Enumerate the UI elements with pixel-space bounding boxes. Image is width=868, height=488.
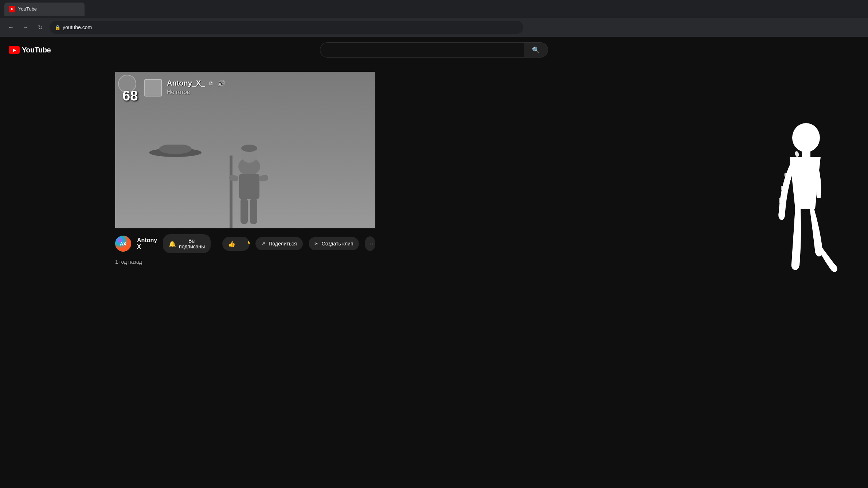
player-status: Не готов [167,89,225,95]
video-frame: Antony_X_ 🖥 🔊 Не готов 68 [115,72,375,228]
clip-label: Создать клип [322,241,353,247]
lock-icon: 🔒 [55,25,60,30]
dislike-icon: 👎 [247,240,250,247]
upload-time: 1 год назад [115,259,142,265]
svg-point-4 [241,145,257,152]
channel-name[interactable]: Antony X [137,237,157,250]
share-button[interactable]: ↗ Поделиться [255,237,302,250]
svg-rect-13 [802,150,810,157]
channel-info-row: AX Antony X 🔔 Вы подписаны 👍 👎 [115,228,375,259]
character [216,130,282,228]
svg-point-14 [794,151,799,157]
yt-logo-icon [9,46,20,54]
main-content: Antony_X_ 🖥 🔊 Не готов 68 [0,63,868,269]
screen-icon: 🖥 [208,80,214,86]
like-button[interactable]: 👍 [222,237,241,251]
svg-rect-8 [241,198,248,224]
search-input[interactable] [320,42,524,58]
active-tab[interactable]: YouTube [4,3,85,16]
svg-point-12 [792,123,820,152]
tab-title: YouTube [18,6,37,12]
back-button[interactable]: ← [6,22,16,32]
video-meta: 1 год назад [115,259,375,269]
subscribed-button[interactable]: 🔔 Вы подписаны [163,234,211,253]
browser-tab-bar: YouTube [0,0,868,18]
browser-address-bar: ← → ↻ 🔒 youtube.com [0,18,868,37]
yt-logo-text: YouTube [22,46,51,54]
svg-rect-5 [239,174,259,199]
reload-button[interactable]: ↻ [35,22,45,32]
youtube-logo[interactable]: YouTube [9,46,51,54]
like-dislike-group: 👍 👎 [222,237,250,251]
search-button[interactable]: 🔍 [524,42,548,58]
bell-icon: 🔔 [169,240,176,247]
like-icon: 👍 [228,240,235,247]
svg-rect-6 [229,174,239,182]
search-icon: 🔍 [532,46,540,54]
player-info: Antony_X_ 🖥 🔊 Не готов [167,79,225,95]
forward-button[interactable]: → [20,22,31,32]
subscribed-label: Вы подписаны [179,238,205,249]
more-button[interactable]: ⋯ [365,236,375,251]
player-number: 68 [122,88,138,104]
search-bar: 🔍 [320,42,548,58]
share-label: Поделиться [269,241,297,247]
ufo-shape [148,145,203,157]
scissors-icon: ✂ [314,241,319,247]
youtube-header: YouTube 🔍 [0,37,868,63]
crying-figure-area [759,118,839,311]
video-section: Antony_X_ 🖥 🔊 Не готов 68 [0,63,868,269]
player-name: Antony_X_ [167,79,205,87]
address-text: youtube.com [63,24,92,30]
tab-favicon [9,6,15,12]
clip-button[interactable]: ✂ Создать клип [309,237,359,250]
svg-rect-9 [250,198,257,224]
dislike-button[interactable]: 👎 [241,237,250,251]
share-icon: ↗ [261,241,266,247]
svg-rect-7 [258,174,269,182]
speaker-hud-icon: 🔊 [217,79,225,87]
hud-avatar [144,79,162,97]
channel-avatar[interactable]: AX [115,236,131,252]
more-icon: ⋯ [367,240,374,248]
game-hud: Antony_X_ 🖥 🔊 Не готов [144,79,225,97]
video-player[interactable]: Antony_X_ 🖥 🔊 Не готов 68 [115,72,375,228]
address-bar[interactable]: 🔒 youtube.com [50,21,523,34]
svg-text:AX: AX [120,241,126,247]
